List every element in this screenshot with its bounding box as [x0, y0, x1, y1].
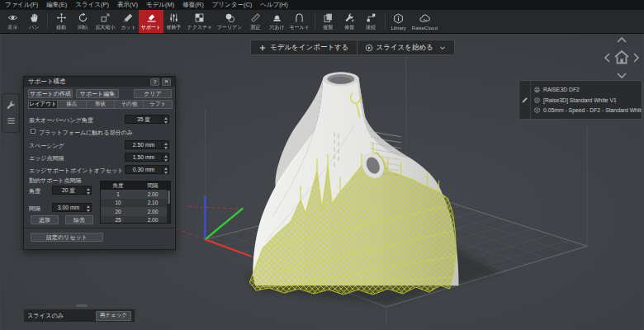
menu-repair[interactable]: 修復(R)	[182, 1, 203, 9]
panel-collapse-handle[interactable]	[76, 304, 88, 307]
pan-hand-icon	[29, 12, 40, 23]
table-header: 角度 間隔	[101, 182, 170, 190]
angle-label: 角度	[29, 187, 40, 196]
table-row[interactable]: 12.00	[101, 190, 170, 199]
measure-icon	[250, 12, 261, 23]
table-row[interactable]: 202.00	[101, 207, 170, 216]
menu-help[interactable]: ヘルプ(H)	[260, 1, 287, 9]
nav-down-chevron[interactable]	[618, 73, 626, 78]
view-nav-pad	[603, 35, 641, 81]
recheck-button[interactable]: 再チェック	[96, 311, 131, 321]
nav-right-chevron[interactable]	[634, 54, 638, 62]
support-structure-dialog: サポート構造 ? ✕ サポートの作成 サポート編集 クリア レイアウト 接点 形…	[23, 76, 176, 250]
tool-texture[interactable]: テクスチャ	[185, 10, 215, 33]
edit-support-button[interactable]: サポート編集	[76, 89, 119, 98]
help-button[interactable]: ?	[150, 78, 159, 86]
reset-settings-button[interactable]: 設定のリセット	[31, 233, 103, 242]
tool-mold[interactable]: モールド	[287, 10, 312, 33]
tool-duplicate[interactable]: 複製	[318, 10, 339, 33]
tab-shape[interactable]: 形状	[87, 100, 116, 109]
table-row[interactable]: 252.00	[101, 216, 170, 224]
action-bar: モデルをインポートする スライスを始める	[250, 40, 455, 55]
repair-icon	[344, 12, 355, 23]
pencil-icon	[521, 96, 529, 104]
clear-support-button[interactable]: クリア	[134, 89, 172, 98]
spinner[interactable]	[84, 204, 91, 211]
menu-file[interactable]: ファイル(F)	[5, 1, 38, 9]
overhang-input[interactable]: 35 度	[125, 115, 169, 124]
spinner[interactable]	[162, 141, 168, 148]
tool-raisecloud[interactable]: RaiseCloud	[410, 10, 440, 33]
edge-point-input[interactable]: 1.50 mm	[125, 153, 169, 162]
tab-others[interactable]: その他	[115, 100, 144, 109]
slice-status-bar: スライスのみ 再チェック	[23, 309, 135, 323]
toolbar-separator	[47, 13, 48, 30]
tool-repair[interactable]: 修復	[339, 10, 361, 33]
spinner[interactable]	[162, 116, 168, 123]
add-button[interactable]: 追加	[31, 215, 59, 224]
main-toolbar: 表示 パン 移動 回転 拡大縮小 カット サポート 修飾子 テクスチャ ブーリア…	[0, 10, 644, 34]
home-icon[interactable]	[615, 51, 628, 64]
table-scrollbar[interactable]	[167, 190, 170, 223]
texture-icon	[194, 12, 205, 23]
menu-slice[interactable]: スライス(P)	[75, 1, 109, 9]
start-slice-button[interactable]: スライスを始める	[358, 40, 454, 54]
filament-row[interactable]: [Raise3D] Standard White V1	[533, 97, 639, 104]
remove-button[interactable]: 除去	[65, 215, 93, 224]
tool-rotate[interactable]: 回転	[72, 10, 93, 33]
tool-cut[interactable]: カット	[117, 10, 139, 33]
wrench-icon[interactable]	[6, 100, 17, 111]
library-icon	[393, 13, 404, 24]
menu-printer[interactable]: プリンター(C)	[212, 1, 253, 9]
toolbar-separator	[385, 13, 386, 30]
tab-layout[interactable]: レイアウト	[28, 100, 58, 109]
nav-left-chevron[interactable]	[605, 54, 609, 62]
tool-measure[interactable]: 測定	[244, 10, 266, 33]
menu-model[interactable]: モデル(M)	[146, 1, 174, 9]
chevron-down-icon	[438, 44, 447, 52]
angle-input[interactable]: 20 度	[52, 186, 92, 195]
edge-offset-label: エッジサポートポイントオフセット	[29, 167, 123, 175]
filament-icon	[533, 97, 541, 104]
tool-library[interactable]: Library	[388, 10, 410, 33]
edit-column[interactable]	[519, 81, 531, 119]
dialog-divider	[24, 228, 175, 229]
menu-view[interactable]: 表示(V)	[117, 1, 138, 9]
tool-scale[interactable]: 拡大縮小	[93, 10, 117, 33]
list-icon[interactable]	[6, 116, 17, 126]
table-row[interactable]: 102.10	[101, 199, 170, 208]
slice-template-row[interactable]: 0.05mm - Speed - DF2 - Standard White V1	[533, 106, 639, 114]
tool-view[interactable]: 表示	[2, 10, 23, 33]
interval-input[interactable]: 3.00 mm	[52, 203, 92, 212]
spinner[interactable]	[84, 186, 91, 194]
menu-bar: ファイル(F) 編集(E) スライス(P) 表示(V) モデル(M) 修復(R)…	[0, 0, 644, 10]
printer-row[interactable]: RAISE3D DF2	[533, 86, 639, 93]
tab-raft[interactable]: ラフト	[144, 100, 173, 109]
tool-drill[interactable]: 穴あけ	[266, 10, 287, 33]
nav-up-chevron[interactable]	[618, 38, 626, 42]
close-button[interactable]: ✕	[162, 78, 171, 86]
scale-icon	[100, 12, 111, 23]
mold-icon	[294, 12, 305, 23]
tool-modifier[interactable]: 修飾子	[163, 10, 185, 33]
interval-label: 間隔	[29, 205, 40, 213]
tab-contact[interactable]: 接点	[58, 100, 87, 109]
platform-only-checkbox[interactable]	[31, 129, 36, 134]
tool-connect[interactable]: 接続	[361, 10, 382, 33]
tool-pan[interactable]: パン	[23, 10, 45, 33]
create-support-button[interactable]: サポートの作成	[28, 89, 73, 98]
import-model-button[interactable]: モデルをインポートする	[251, 40, 357, 54]
spinner[interactable]	[162, 166, 168, 173]
tool-support[interactable]: サポート	[139, 10, 163, 33]
spacing-input[interactable]: 2.50 mm	[125, 140, 169, 149]
tool-boolean[interactable]: ブーリアン	[215, 10, 244, 33]
edge-offset-input[interactable]: 0.30 mm	[125, 165, 169, 174]
spinner[interactable]	[162, 153, 168, 161]
rotate-icon	[78, 12, 88, 23]
tool-move[interactable]: 移動	[50, 10, 72, 33]
move-icon	[56, 12, 67, 23]
drill-icon	[272, 12, 282, 23]
menu-edit[interactable]: 編集(E)	[46, 1, 67, 9]
dynamic-section-title: 動的サポート点間隔	[29, 177, 82, 185]
dialog-title-bar[interactable]: サポート構造 ? ✕	[24, 77, 175, 87]
